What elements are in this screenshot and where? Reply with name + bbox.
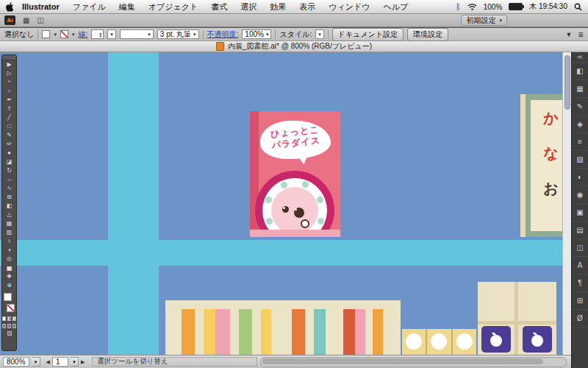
book-spine[interactable]	[230, 309, 239, 355]
bridge-icon[interactable]: ◫	[37, 16, 43, 24]
book-cover-artwork[interactable]: ひょっとこ パラダイス	[250, 111, 340, 237]
cabinet-artwork[interactable]	[478, 282, 556, 355]
apple-menu-icon[interactable]	[6, 2, 14, 12]
fruit-tile[interactable]	[481, 326, 511, 353]
stroke-panel-link[interactable]: 線:	[79, 29, 88, 40]
none-button[interactable]	[12, 316, 16, 321]
tools-panel-grip[interactable]	[2, 55, 16, 60]
opacity-dropdown[interactable]: 100% ▾	[242, 29, 271, 39]
draw-inside-button[interactable]	[12, 324, 16, 328]
book-spine[interactable]	[343, 309, 355, 355]
hand-tool[interactable]: ✚	[2, 272, 16, 281]
transform-panel[interactable]: ⊞	[572, 292, 588, 310]
brush-definition-dropdown[interactable]: 3 pt. 丸筆 ▾	[157, 29, 199, 39]
chevron-down-icon[interactable]: ▾	[54, 32, 57, 37]
blend-tool[interactable]: ◑	[2, 246, 16, 255]
screen-mode-button[interactable]	[7, 331, 12, 336]
bluetooth-icon[interactable]: ᛒ	[456, 2, 461, 11]
stroke-weight-dropdown[interactable]: ▾	[107, 29, 116, 39]
zoom-dropdown-icon[interactable]: ▼	[32, 357, 40, 367]
horizontal-scrollbar-thumb[interactable]	[262, 358, 542, 364]
document-setup-button[interactable]: ドキュメント設定	[332, 28, 404, 41]
gradient-panel[interactable]: ▧	[572, 151, 588, 169]
menu-view[interactable]: 表示	[293, 1, 322, 13]
canvas[interactable]: ひょっとこ パラダイス かなお	[0, 52, 571, 355]
book-spine[interactable]	[261, 309, 271, 355]
paintbrush-tool[interactable]: ✎	[2, 131, 16, 140]
vertical-scrollbar[interactable]	[562, 52, 571, 355]
layers-panel[interactable]: ▤	[572, 222, 588, 239]
pencil-tool[interactable]: ✏	[2, 140, 16, 149]
lasso-tool[interactable]: ○	[2, 87, 16, 96]
battery-icon[interactable]	[509, 3, 523, 10]
document-titlebar[interactable]: 内装_図書館.ai* @ 800% (RGB/プレビュー)	[0, 41, 588, 52]
book-spine[interactable]	[271, 309, 292, 355]
color-panel[interactable]: ◧	[572, 63, 588, 80]
swatches-panel[interactable]: ▦	[572, 80, 588, 98]
book-spine[interactable]	[326, 309, 343, 355]
align-panel[interactable]: Ø	[572, 310, 588, 328]
type-tool[interactable]: T	[2, 105, 16, 113]
graphic-styles-panel[interactable]: ▣	[572, 204, 588, 222]
shape-builder-tool[interactable]: ◧	[2, 202, 16, 210]
spotlight-icon[interactable]	[574, 3, 582, 11]
stroke-color-swatch[interactable]	[7, 304, 15, 312]
draw-behind-button[interactable]	[7, 324, 11, 328]
arrange-documents-icon[interactable]: ▦	[23, 16, 29, 24]
appearance-panel[interactable]: ◉	[572, 186, 588, 204]
rectangle-tool[interactable]: □	[2, 122, 16, 131]
status-text-field[interactable]: 選択ツールを切り替え	[92, 357, 257, 367]
menu-effect[interactable]: 効果	[263, 1, 293, 13]
book-spine[interactable]	[355, 309, 365, 355]
preferences-button[interactable]: 環境設定	[407, 28, 448, 41]
width-tool[interactable]: ∿	[2, 184, 16, 193]
column-graph-tool[interactable]: ▅	[2, 263, 16, 272]
fruit-tile[interactable]	[523, 326, 552, 353]
shelf-vertical-band[interactable]	[108, 52, 159, 355]
workspace-switcher[interactable]: 初期設定 ▾	[461, 15, 507, 26]
gradient-button[interactable]	[7, 316, 11, 321]
fill-color-swatch[interactable]	[4, 293, 12, 301]
book-spine[interactable]	[314, 309, 326, 355]
menu-object[interactable]: オブジェクト	[142, 1, 205, 13]
book-spine[interactable]	[165, 309, 182, 355]
perspective-grid-tool[interactable]: △	[2, 210, 16, 219]
bookshelf-artwork[interactable]	[165, 300, 401, 355]
panel-menu-icon[interactable]: ≣	[578, 31, 584, 38]
stroke-weight-stepper[interactable]: ▲▼	[91, 29, 104, 39]
color-button[interactable]	[2, 316, 6, 321]
magic-wand-tool[interactable]: *	[2, 78, 16, 87]
wifi-icon[interactable]	[467, 3, 477, 10]
draw-normal-button[interactable]	[2, 324, 6, 328]
horizontal-scrollbar[interactable]	[260, 357, 567, 367]
previous-artboard-icon[interactable]: ◀	[46, 359, 50, 365]
chevron-down-icon[interactable]: ▾	[72, 32, 75, 37]
circle-boxes-artwork[interactable]	[402, 329, 476, 355]
scale-tool[interactable]: ↔	[2, 175, 16, 184]
menu-file[interactable]: ファイル	[66, 1, 112, 13]
shelf-horizontal-band[interactable]	[0, 240, 571, 266]
artboards-panel[interactable]: ◫	[572, 239, 588, 257]
book-spine[interactable]	[182, 309, 195, 355]
brushes-panel[interactable]: ✎	[572, 98, 588, 116]
book-spine[interactable]	[239, 309, 252, 355]
menu-edit[interactable]: 編集	[112, 1, 142, 13]
expand-panels-icon[interactable]: ≪	[572, 52, 588, 63]
transparency-panel[interactable]: ◐	[572, 169, 588, 186]
menu-illustrator[interactable]: Illustrator	[15, 2, 66, 11]
chevron-down-icon[interactable]: ▼	[566, 31, 573, 38]
stroke-panel[interactable]: ≡	[572, 133, 588, 151]
book-spine[interactable]	[252, 309, 261, 355]
selection-tool[interactable]: ▶	[2, 60, 16, 69]
book-spine[interactable]	[373, 309, 383, 355]
eraser-tool[interactable]: ◪	[2, 158, 16, 166]
symbols-panel[interactable]: ◈	[572, 116, 588, 133]
paragraph-panel[interactable]: ¶	[572, 275, 588, 292]
book-spine[interactable]	[204, 309, 215, 355]
zoom-tool[interactable]: ⊕	[2, 281, 16, 290]
menu-select[interactable]: 選択	[234, 1, 263, 13]
fill-swatch[interactable]	[42, 30, 50, 38]
brush-preview-dropdown[interactable]: ▾	[120, 29, 154, 39]
next-artboard-icon[interactable]: ▶	[81, 359, 85, 365]
artboard-dropdown-icon[interactable]: ▼	[71, 357, 79, 367]
